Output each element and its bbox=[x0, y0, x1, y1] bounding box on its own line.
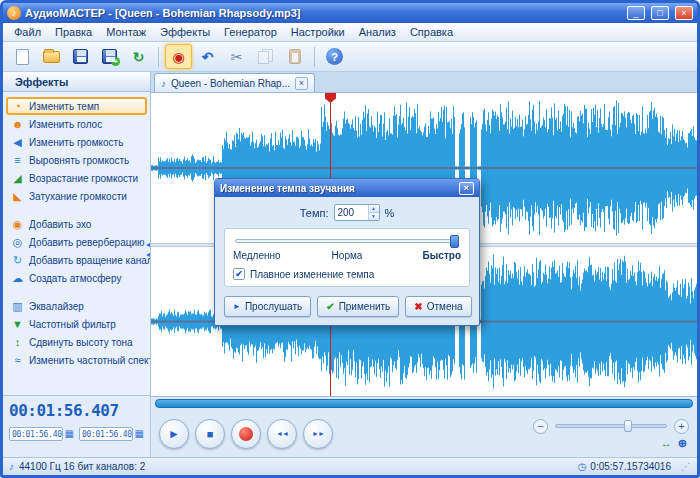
time-grid-icon[interactable]: ▦ bbox=[65, 429, 74, 439]
save-button[interactable] bbox=[67, 44, 94, 69]
smooth-tempo-checkbox[interactable]: ✔ bbox=[233, 268, 245, 280]
previous-button[interactable]: ◄◄ bbox=[267, 419, 297, 449]
tempo-icon: ◔ bbox=[11, 101, 24, 112]
menu-generator[interactable]: Генератор bbox=[217, 24, 284, 40]
sidebar-item-label: Затухание громкости bbox=[29, 191, 127, 202]
menu-settings[interactable]: Настройки bbox=[284, 24, 352, 40]
sidebar-item-frequency-spectrum[interactable]: ≈ Изменить частотный спектр bbox=[6, 351, 147, 369]
time-grid-icon[interactable]: ▦ bbox=[135, 429, 144, 439]
overview-seek-bar[interactable] bbox=[155, 399, 693, 408]
waveform-area[interactable]: Изменение темпа звучания × Темп: 200 ▲ ▼ bbox=[151, 93, 697, 397]
record-icon: ◉ bbox=[172, 50, 184, 64]
sidebar-item-frequency-filter[interactable]: ▼ Частотный фильтр bbox=[6, 315, 147, 333]
sidebar-item-change-tempo[interactable]: ◔ Изменить темп bbox=[6, 97, 147, 115]
listen-button[interactable]: ► Прослушать bbox=[224, 296, 311, 317]
sidebar-item-volume-rise[interactable]: ◢ Возрастание громкости bbox=[6, 169, 147, 187]
tempo-row: Темп: 200 ▲ ▼ % bbox=[224, 204, 470, 221]
menu-analysis[interactable]: Анализ bbox=[352, 24, 403, 40]
selection-end-value[interactable]: 00:01:56.407 bbox=[79, 427, 133, 441]
fit-width-icon[interactable]: ↔ bbox=[661, 438, 672, 449]
resize-grip[interactable]: ⋰ bbox=[681, 461, 691, 472]
sidebar-item-label: Изменить темп bbox=[29, 101, 99, 112]
time-panel: 00:01:56.407 00:01:56.407 ▦ 00:01:56.407… bbox=[3, 395, 150, 457]
dialog-close-button[interactable]: × bbox=[459, 182, 474, 195]
sidebar-item-atmosphere[interactable]: ☁ Создать атмосферу bbox=[6, 269, 147, 287]
save-as-icon: + bbox=[102, 49, 117, 64]
sidebar-item-shift-pitch[interactable]: ↕ Сдвинуть высоту тона bbox=[6, 333, 147, 351]
spinner-up-icon[interactable]: ▲ bbox=[369, 205, 379, 213]
new-file-button[interactable] bbox=[9, 44, 36, 69]
paste-button[interactable] bbox=[281, 44, 308, 69]
selection-start-value[interactable]: 00:01:56.407 bbox=[9, 427, 63, 441]
echo-icon: ◉ bbox=[11, 219, 24, 230]
undo-icon: ↶ bbox=[202, 50, 214, 64]
open-file-button[interactable] bbox=[38, 44, 65, 69]
maximize-button[interactable]: □ bbox=[651, 6, 669, 20]
record-dot-icon bbox=[239, 427, 253, 441]
sidebar-item-label: Добавить эхо bbox=[29, 219, 91, 230]
tab-queen-bohemian[interactable]: ♪ Queen - Bohemian Rhap... × bbox=[154, 73, 315, 92]
dialog-titlebar[interactable]: Изменение темпа звучания × bbox=[215, 179, 479, 197]
copy-button[interactable] bbox=[252, 44, 279, 69]
sidebar-item-volume-fade[interactable]: ◣ Затухание громкости bbox=[6, 187, 147, 205]
app-window: ♪ АудиоМАСТЕР - [Queen - Bohemian Rhapso… bbox=[0, 0, 700, 478]
copy-icon bbox=[258, 49, 273, 64]
zoom-icon[interactable]: ⊕ bbox=[678, 438, 687, 449]
sidebar-collapse-handle[interactable]: ◂◂ bbox=[146, 241, 150, 259]
sidebar-item-channel-rotation[interactable]: ↻ Добавить вращение каналов bbox=[6, 251, 147, 269]
sidebar-item-change-volume[interactable]: ◀ Изменить громкость bbox=[6, 133, 147, 151]
apply-label: Применить bbox=[339, 301, 391, 312]
record-transport-button[interactable] bbox=[231, 419, 261, 449]
volume-up-button[interactable]: + bbox=[674, 419, 689, 434]
toolbar-separator bbox=[158, 47, 159, 67]
sidebar-item-change-voice[interactable]: ☻ Изменить голос bbox=[6, 115, 147, 133]
titlebar[interactable]: ♪ АудиоМАСТЕР - [Queen - Bohemian Rhapso… bbox=[3, 3, 697, 23]
sidebar-item-level-volume[interactable]: ≡ Выровнять громкость bbox=[6, 151, 147, 169]
volume-slider-handle[interactable] bbox=[624, 420, 632, 432]
close-button[interactable]: × bbox=[675, 6, 693, 20]
convert-icon: ↻ bbox=[133, 50, 145, 64]
menu-montage[interactable]: Монтаж bbox=[99, 24, 153, 40]
apply-button[interactable]: ✔ Применить bbox=[317, 296, 399, 317]
cut-button[interactable]: ✂ bbox=[223, 44, 250, 69]
volume-down-button[interactable]: − bbox=[533, 419, 548, 434]
tempo-slider-handle[interactable] bbox=[450, 235, 459, 248]
volume-slider[interactable] bbox=[555, 424, 667, 428]
tempo-spinner[interactable]: 200 ▲ ▼ bbox=[334, 204, 380, 221]
sidebar-item-add-echo[interactable]: ◉ Добавить эхо bbox=[6, 215, 147, 233]
slider-labels: Медленно Норма Быстро bbox=[233, 250, 461, 261]
minimize-button[interactable]: _ bbox=[627, 6, 645, 20]
menu-help[interactable]: Справка bbox=[403, 24, 460, 40]
chevron-left-icon: ◂ bbox=[146, 241, 150, 249]
open-folder-icon bbox=[43, 51, 60, 63]
playback-controls: ► ■ ◄◄ ►► − + ↔ ⊕ bbox=[151, 410, 697, 457]
sidebar-item-add-reverb[interactable]: ◎ Добавить реверберацию bbox=[6, 233, 147, 251]
stop-button[interactable]: ■ bbox=[195, 419, 225, 449]
play-button[interactable]: ► bbox=[159, 419, 189, 449]
check-icon: ✔ bbox=[326, 301, 334, 312]
menu-file[interactable]: Файл bbox=[7, 24, 48, 40]
cancel-button[interactable]: ✖ Отмена bbox=[405, 296, 471, 317]
spinner-down-icon[interactable]: ▼ bbox=[369, 213, 379, 220]
tempo-value[interactable]: 200 bbox=[335, 205, 368, 220]
help-icon: ? bbox=[326, 48, 343, 65]
atmosphere-icon: ☁ bbox=[11, 273, 24, 284]
cross-icon: ✖ bbox=[414, 301, 422, 312]
next-button[interactable]: ►► bbox=[303, 419, 333, 449]
tab-close-icon[interactable]: × bbox=[295, 77, 308, 90]
sidebar-item-label: Частотный фильтр bbox=[29, 319, 116, 330]
menu-effects[interactable]: Эффекты bbox=[153, 24, 217, 40]
smooth-tempo-option[interactable]: ✔ Плавное изменение темпа bbox=[233, 268, 461, 280]
help-button[interactable]: ? bbox=[321, 44, 348, 69]
sidebar-item-equalizer[interactable]: ▥ Эквалайзер bbox=[6, 297, 147, 315]
format-info: 44100 Гц 16 бит каналов: 2 bbox=[19, 461, 145, 472]
save-as-button[interactable]: + bbox=[96, 44, 123, 69]
menu-edit[interactable]: Правка bbox=[48, 24, 99, 40]
equalizer-icon: ▥ bbox=[11, 301, 24, 312]
record-button[interactable]: ◉ bbox=[165, 44, 192, 69]
undo-button[interactable]: ↶ bbox=[194, 44, 221, 69]
tempo-slider[interactable] bbox=[235, 239, 459, 243]
convert-button[interactable]: ↻ bbox=[125, 44, 152, 69]
sidebar-item-label: Выровнять громкость bbox=[29, 155, 129, 166]
audio-format-icon: ♪ bbox=[9, 461, 14, 472]
